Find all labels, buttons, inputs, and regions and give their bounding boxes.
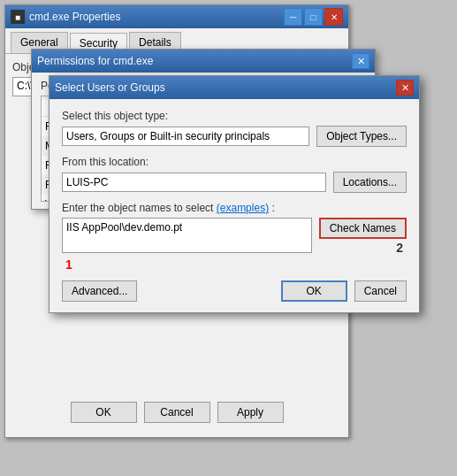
names-textarea[interactable]: IIS AppPool\dev.demo.pt: [62, 218, 312, 253]
bg-bottom-buttons: OK Cancel Apply: [5, 395, 348, 430]
bg-cancel-button[interactable]: Cancel: [144, 402, 210, 423]
object-type-input[interactable]: [62, 127, 309, 146]
location-row: Locations...: [62, 172, 407, 193]
cmd-titlebar: ■ cmd.exe Properties ─ □ ✕: [5, 5, 348, 28]
object-type-label: Select this object type:: [62, 110, 407, 122]
cmd-window-icon: ■: [11, 10, 25, 24]
titlebar-controls: ─ □ ✕: [284, 8, 343, 26]
bg-apply-button[interactable]: Apply: [217, 402, 284, 423]
footer-right-buttons: OK Cancel: [281, 280, 407, 302]
users-close-button[interactable]: ✕: [396, 80, 414, 96]
minimize-button[interactable]: ─: [284, 8, 302, 26]
location-label: From this location:: [62, 156, 407, 168]
check-names-container: Check Names 2: [319, 218, 407, 239]
examples-link[interactable]: (examples): [217, 202, 269, 214]
locations-button[interactable]: Locations...: [333, 172, 407, 193]
advanced-button[interactable]: Advanced...: [62, 280, 137, 302]
names-section: Enter the object names to select (exampl…: [62, 202, 407, 256]
permissions-close-button[interactable]: ✕: [352, 53, 369, 69]
cmd-title-text: cmd.exe Properties: [29, 11, 120, 23]
users-dialog-footer: Advanced... OK Cancel: [62, 280, 407, 302]
users-ok-button[interactable]: OK: [281, 280, 347, 302]
permissions-title-text: Permissions for cmd.exe: [37, 55, 153, 67]
location-input[interactable]: [62, 173, 326, 192]
maximize-button[interactable]: □: [304, 8, 323, 26]
bg-ok-button[interactable]: OK: [71, 402, 137, 423]
select-users-dialog: Select Users or Groups ✕ Select this obj…: [49, 75, 420, 313]
names-left: IIS AppPool\dev.demo.pt 1: [62, 218, 312, 256]
users-title-text: Select Users or Groups: [55, 81, 165, 94]
close-button[interactable]: ✕: [324, 8, 343, 26]
annotation-number-1: 1: [65, 257, 72, 272]
object-type-row: Object Types...: [62, 126, 407, 147]
check-names-button[interactable]: Check Names: [319, 218, 407, 239]
permissions-titlebar: Permissions for cmd.exe ✕: [32, 50, 375, 73]
users-dialog-body: Select this object type: Object Types...…: [50, 99, 419, 312]
users-titlebar: Select Users or Groups ✕: [50, 76, 419, 99]
object-types-button[interactable]: Object Types...: [316, 126, 407, 147]
names-input-row: IIS AppPool\dev.demo.pt 1 Check Names 2: [62, 218, 407, 256]
annotation-number-2: 2: [396, 241, 403, 255]
users-cancel-button[interactable]: Cancel: [354, 280, 407, 302]
names-label-text: Enter the object names to select (exampl…: [62, 202, 407, 214]
